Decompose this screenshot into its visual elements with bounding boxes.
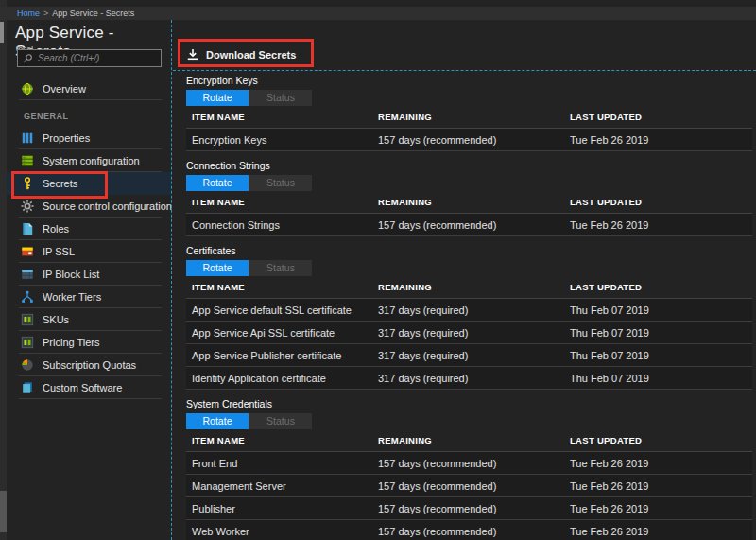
sidebar-general-header: GENERAL <box>7 100 171 127</box>
pricing-tiers-icon <box>21 336 34 349</box>
secrets-content-panel: Download Secrets Encryption Keys Rotate … <box>173 20 756 540</box>
cell-last-updated: Thu Feb 07 2019 <box>570 344 649 367</box>
sidebar-item-label: Source control configuration <box>43 200 172 212</box>
rotate-tab[interactable]: Rotate <box>186 90 249 106</box>
column-header-item-name: ITEM NAME <box>192 112 245 122</box>
download-secrets-button[interactable]: Download Secrets <box>186 44 296 65</box>
cell-last-updated: Thu Feb 07 2019 <box>570 367 649 390</box>
cell-item-name: Connection Strings <box>192 214 280 236</box>
status-tab[interactable]: Status <box>249 90 312 106</box>
sidebar-menu: Overview GENERAL Properties System confi… <box>7 78 171 399</box>
section-tabs: Rotate Status <box>186 90 752 106</box>
status-tab[interactable]: Status <box>249 413 312 429</box>
sidebar-item-system-configuration[interactable]: System configuration <box>7 149 171 172</box>
table-row[interactable]: Management Server 157 days (recommended)… <box>186 475 752 497</box>
table-row[interactable]: Encryption Keys 157 days (recommended) T… <box>186 129 752 151</box>
sidebar-item-ip-block-list[interactable]: IP Block List <box>7 263 171 286</box>
search-input[interactable]: Search (Ctrl+/) <box>17 49 162 67</box>
previous-blade-edge <box>0 0 7 540</box>
sidebar-item-label: SKUs <box>43 314 69 325</box>
cell-remaining: 317 days (required) <box>378 322 468 344</box>
table-row[interactable]: App Service Api SSL certificate 317 days… <box>186 322 752 344</box>
sidebar-item-label: Subscription Quotas <box>43 359 136 371</box>
sidebar-item-label: Secrets <box>43 178 77 189</box>
cell-last-updated: Tue Feb 26 2019 <box>570 214 648 236</box>
scrollbar-thumb-bottom[interactable] <box>0 491 7 532</box>
sidebar-item-pricing-tiers[interactable]: Pricing Tiers <box>7 331 171 354</box>
skus-icon <box>21 313 34 326</box>
rotate-tab[interactable]: Rotate <box>186 175 249 191</box>
sidebar-item-roles[interactable]: Roles <box>7 218 171 240</box>
table-row[interactable]: Web Worker 157 days (recommended) Tue Fe… <box>186 520 752 540</box>
sidebar-item-label: Properties <box>43 132 90 144</box>
sidebar-item-properties[interactable]: Properties <box>7 127 171 149</box>
rotate-tab[interactable]: Rotate <box>186 260 249 276</box>
secrets-sections: Encryption Keys Rotate Status ITEM NAME … <box>173 71 756 540</box>
section-certificates: Certificates Rotate Status ITEM NAME REM… <box>186 245 752 390</box>
sidebar-item-worker-tiers[interactable]: Worker Tiers <box>7 286 171 308</box>
cell-last-updated: Tue Feb 26 2019 <box>570 497 648 520</box>
table-row[interactable]: Connection Strings 157 days (recommended… <box>186 214 752 236</box>
sidebar-item-label: Roles <box>43 223 69 235</box>
column-header-item-name: ITEM NAME <box>192 435 245 445</box>
status-tab[interactable]: Status <box>249 175 312 191</box>
breadcrumb-separator: > <box>43 9 48 18</box>
secrets-table: ITEM NAME REMAINING LAST UPDATED Encrypt… <box>186 109 752 151</box>
cell-item-name: Front End <box>192 452 237 475</box>
blade-sidebar: App Service - Secrets local Search (Ctrl… <box>7 20 171 540</box>
sidebar-item-secrets[interactable]: Secrets <box>7 172 171 195</box>
section-title: System Credentials <box>186 398 752 411</box>
cell-last-updated: Tue Feb 26 2019 <box>570 129 648 151</box>
table-row[interactable]: Publisher 157 days (recommended) Tue Feb… <box>186 497 752 520</box>
system-configuration-icon <box>21 154 34 167</box>
secrets-table: ITEM NAME REMAINING LAST UPDATED Connect… <box>186 194 752 236</box>
sidebar-item-label: System configuration <box>43 155 140 166</box>
column-header-last-updated: LAST UPDATED <box>570 435 642 445</box>
status-tab[interactable]: Status <box>249 260 312 276</box>
download-icon <box>186 48 199 61</box>
table-row[interactable]: App Service default SSL certificate 317 … <box>186 299 752 322</box>
cell-remaining: 157 days (recommended) <box>378 452 496 475</box>
sidebar-item-label: Overview <box>43 83 86 95</box>
sidebar-item-source-control-configuration[interactable]: Source control configuration <box>7 195 171 218</box>
sidebar-item-overview[interactable]: Overview <box>7 78 171 100</box>
cell-item-name: App Service default SSL certificate <box>192 299 352 322</box>
cell-item-name: Web Worker <box>192 520 249 540</box>
section-system-credentials: System Credentials Rotate Status ITEM NA… <box>186 398 752 540</box>
blade-divider[interactable] <box>171 20 172 540</box>
column-header-last-updated: LAST UPDATED <box>570 282 642 292</box>
sidebar-item-label: IP Block List <box>43 269 99 280</box>
section-title: Connection Strings <box>186 160 752 173</box>
ip-block-list-icon <box>21 268 34 281</box>
properties-bars-icon <box>21 131 34 145</box>
column-header-remaining: REMAINING <box>378 197 432 207</box>
sidebar-item-label: Custom Software <box>43 382 122 393</box>
section-tabs: Rotate Status <box>186 413 752 429</box>
cell-item-name: App Service Publisher certificate <box>192 344 341 367</box>
section-title: Encryption Keys <box>186 75 752 88</box>
sidebar-item-subscription-quotas[interactable]: Subscription Quotas <box>7 354 171 376</box>
section-title: Certificates <box>186 245 752 258</box>
breadcrumb-home-link[interactable]: Home <box>17 9 40 18</box>
column-header-last-updated: LAST UPDATED <box>570 112 642 122</box>
rotate-tab[interactable]: Rotate <box>186 413 249 429</box>
download-secrets-label: Download Secrets <box>206 49 296 61</box>
azure-portal-window: Home>App Service - Secrets App Service -… <box>0 0 756 540</box>
cell-item-name: Encryption Keys <box>192 129 266 151</box>
table-row[interactable]: Front End 157 days (recommended) Tue Feb… <box>186 452 752 475</box>
table-row[interactable]: Identity Application certificate 317 day… <box>186 367 752 390</box>
section-connection-strings: Connection Strings Rotate Status ITEM NA… <box>186 160 752 236</box>
breadcrumb: Home>App Service - Secrets <box>0 7 756 20</box>
table-row[interactable]: App Service Publisher certificate 317 da… <box>186 344 752 367</box>
scrollbar-thumb-top[interactable] <box>0 22 4 43</box>
key-icon <box>21 177 34 190</box>
cell-item-name: Identity Application certificate <box>192 367 326 390</box>
table-header-row: ITEM NAME REMAINING LAST UPDATED <box>186 194 752 214</box>
secrets-table: ITEM NAME REMAINING LAST UPDATED App Ser… <box>186 279 752 390</box>
sidebar-item-skus[interactable]: SKUs <box>7 308 171 331</box>
sidebar-item-custom-software[interactable]: Custom Software <box>7 376 171 399</box>
roles-document-icon <box>21 222 34 235</box>
cell-last-updated: Tue Feb 26 2019 <box>570 452 648 475</box>
sidebar-item-ip-ssl[interactable]: IP SSL <box>7 240 171 263</box>
sidebar-item-label: Worker Tiers <box>43 291 101 303</box>
